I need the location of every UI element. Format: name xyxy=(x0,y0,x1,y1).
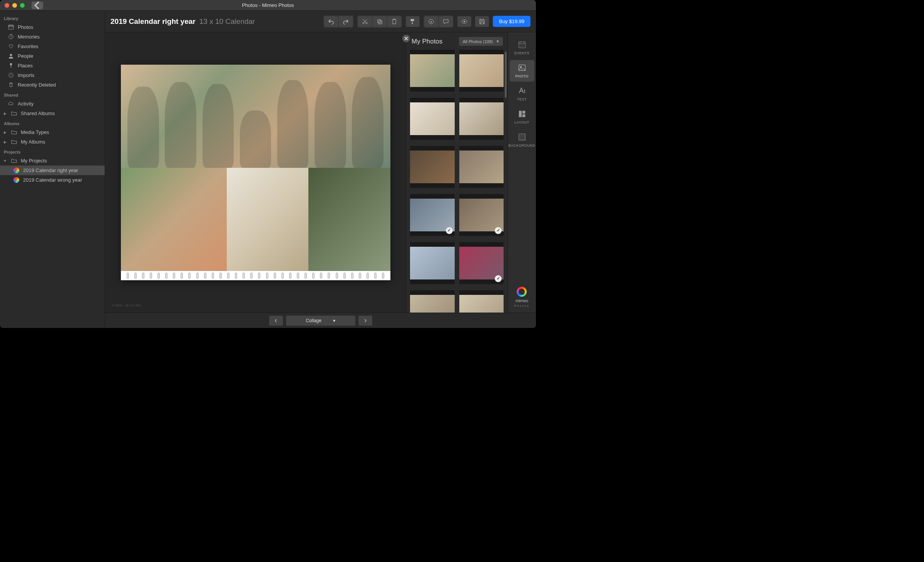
preview-button[interactable] xyxy=(457,16,471,27)
svg-point-6 xyxy=(363,22,364,24)
paste-button[interactable] xyxy=(387,16,401,27)
titlebar: Photos - Mimeo Photos xyxy=(0,0,536,11)
section-header-library: Library xyxy=(0,13,105,22)
prev-page-button[interactable] xyxy=(269,316,283,326)
section-header-albums: Albums xyxy=(0,118,105,127)
sidebar-item-label: Media Types xyxy=(21,129,49,135)
rail-item-text[interactable]: TEXT xyxy=(510,83,534,105)
panel-header: My Photos All Photos (108) ▾ xyxy=(406,32,507,50)
close-window-button[interactable] xyxy=(5,3,9,8)
rail-item-layout[interactable]: LAYOUT xyxy=(510,106,534,128)
sidebar-item-photos[interactable]: Photos xyxy=(0,22,105,32)
photo-thumbnail[interactable] xyxy=(410,290,455,313)
sidebar-item-shared-albums[interactable]: ▶ Shared Albums xyxy=(0,109,105,118)
sidebar-item-activity[interactable]: Activity xyxy=(0,99,105,109)
heart-icon xyxy=(8,43,14,50)
sidebar-item-media-types[interactable]: ▶ Media Types xyxy=(0,127,105,137)
triangle-right-icon[interactable]: ▶ xyxy=(3,112,7,115)
photo-thumbnail[interactable] xyxy=(410,50,455,92)
page-mode-label: Collage xyxy=(306,318,321,323)
collage-photo-bottom-left[interactable] xyxy=(121,168,227,271)
sidebar-item-my-albums[interactable]: ▶ My Albums xyxy=(0,137,105,147)
chevron-down-icon: ▾ xyxy=(497,39,499,44)
photo-thumbnail[interactable] xyxy=(410,146,455,188)
photo-thumbnail[interactable] xyxy=(410,98,455,140)
photo-thumbnail[interactable] xyxy=(459,50,504,92)
thumbnail-grid: ✓ ✓ ✓ xyxy=(410,50,504,313)
folder-icon xyxy=(11,129,17,135)
buy-button[interactable]: Buy $19.99 xyxy=(493,16,531,27)
project-title: 2019 Calendar right year xyxy=(110,17,196,26)
pager: Collage ▾ xyxy=(105,313,536,328)
sidebar-item-my-projects[interactable]: ▼ My Projects xyxy=(0,156,105,166)
sidebar-item-recently-deleted[interactable]: Recently Deleted xyxy=(0,80,105,90)
sidebar-item-label: Favorites xyxy=(18,43,38,49)
next-page-button[interactable] xyxy=(358,316,372,326)
edit-group xyxy=(357,15,402,28)
undo-icon xyxy=(328,18,334,25)
view-group xyxy=(424,15,454,28)
rail-item-label: TEXT xyxy=(517,97,527,101)
version-watermark: © 2018 - 18.12.1.821 xyxy=(112,304,141,307)
info-button[interactable] xyxy=(424,16,438,27)
folder-icon xyxy=(11,139,17,145)
minimize-window-button[interactable] xyxy=(12,3,17,8)
main-editor: 2019 Calendar right year 13 x 10 Calenda… xyxy=(105,11,536,328)
collage-photo-top[interactable] xyxy=(121,65,390,168)
rail-item-background[interactable]: BACKGROUND xyxy=(510,129,534,151)
photo-thumbnail[interactable]: ✓ xyxy=(459,242,504,284)
photo-thumbnail[interactable] xyxy=(459,98,504,140)
triangle-down-icon[interactable]: ▼ xyxy=(3,159,7,163)
copy-button[interactable] xyxy=(373,16,387,27)
back-button[interactable] xyxy=(32,2,43,9)
filter-label: All Photos (108) xyxy=(463,39,493,44)
triangle-right-icon[interactable]: ▶ xyxy=(3,140,7,144)
used-badge-icon: ✓ xyxy=(495,227,502,234)
calendar-page[interactable] xyxy=(121,65,390,280)
triangle-right-icon[interactable]: ▶ xyxy=(3,130,7,134)
close-panel-button[interactable] xyxy=(402,35,410,42)
photo-thumbnail[interactable] xyxy=(410,242,455,284)
panel-title: My Photos xyxy=(412,38,442,45)
format-button[interactable] xyxy=(406,16,420,27)
close-icon xyxy=(404,37,408,40)
photo-thumbnail[interactable] xyxy=(459,146,504,188)
sidebar-item-project-right-year[interactable]: 2019 Calendar right year xyxy=(0,166,105,175)
svg-rect-8 xyxy=(378,20,381,23)
sidebar-item-project-wrong-year[interactable]: 2019 Calendar wrong year xyxy=(0,175,105,185)
clock-icon xyxy=(8,72,14,79)
thumbnail-scroll[interactable]: ✓ ✓ ✓ xyxy=(406,50,507,313)
collage-photo-bottom-right[interactable] xyxy=(308,168,390,271)
sidebar-item-memories[interactable]: Memories xyxy=(0,32,105,42)
sidebar-item-label: Memories xyxy=(18,34,40,40)
paste-icon xyxy=(391,18,397,25)
photo-thumbnail[interactable]: ✓ xyxy=(459,194,504,236)
page-mode-dropdown[interactable]: Collage ▾ xyxy=(286,316,355,326)
mimeo-circle-icon xyxy=(517,287,527,297)
sidebar-item-places[interactable]: Places xyxy=(0,61,105,70)
layout-icon xyxy=(518,110,526,118)
text-icon xyxy=(518,87,526,95)
redo-button[interactable] xyxy=(339,16,353,27)
collage-photo-bottom-center[interactable] xyxy=(227,168,308,271)
photo-thumbnail[interactable]: ✓ xyxy=(410,194,455,236)
chevron-left-icon xyxy=(32,0,43,11)
mimeo-icon xyxy=(13,167,19,174)
sidebar-item-label: Places xyxy=(18,63,33,69)
undo-button[interactable] xyxy=(324,16,338,27)
svg-rect-17 xyxy=(519,111,521,117)
cut-button[interactable] xyxy=(358,16,372,27)
scrollbar-thumb[interactable] xyxy=(505,52,507,98)
rail-item-events[interactable]: EVENTS xyxy=(510,37,534,59)
photo-filter-dropdown[interactable]: All Photos (108) ▾ xyxy=(459,37,503,46)
comment-button[interactable] xyxy=(439,16,453,27)
sidebar-item-people[interactable]: People xyxy=(0,51,105,61)
rail-item-label: EVENTS xyxy=(514,51,529,55)
svg-rect-11 xyxy=(393,19,395,20)
zoom-window-button[interactable] xyxy=(20,3,25,8)
save-button[interactable] xyxy=(475,16,489,27)
photo-thumbnail[interactable] xyxy=(459,290,504,313)
rail-item-photo[interactable]: PHOTO xyxy=(510,60,534,82)
sidebar-item-imports[interactable]: Imports xyxy=(0,70,105,80)
sidebar-item-favorites[interactable]: Favorites xyxy=(0,42,105,51)
